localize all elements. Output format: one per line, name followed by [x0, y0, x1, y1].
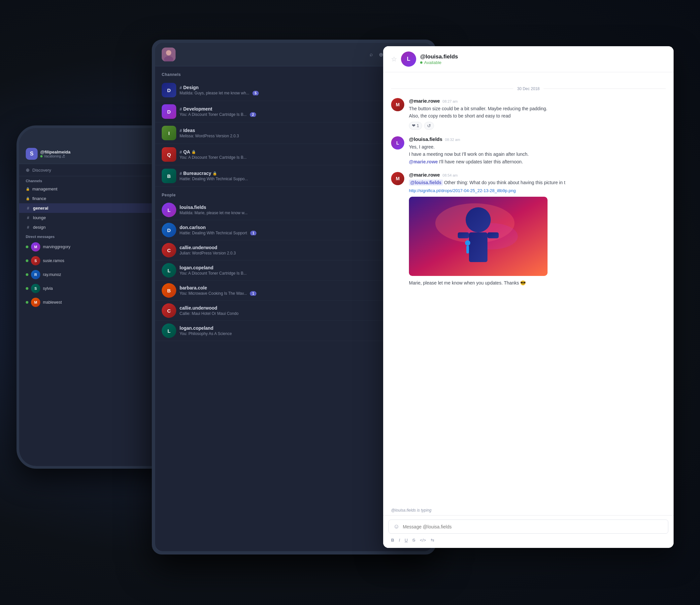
- avatar-placeholder: S: [31, 284, 40, 293]
- person-name: logan.copeland: [179, 325, 214, 331]
- dm-avatar: R: [31, 270, 40, 279]
- message-avatar: L: [391, 136, 404, 150]
- online-dot: [26, 287, 28, 290]
- message-time: 08:54 am: [443, 173, 458, 177]
- lock-icon: 🔒: [212, 171, 217, 176]
- mention: @marie.rowe: [409, 159, 438, 165]
- person-avatar: L: [162, 324, 176, 338]
- message-header: @louisa.fields 08:32 am: [409, 136, 666, 142]
- unread-badge: 5: [252, 91, 259, 95]
- person-avatar: C: [162, 303, 176, 318]
- dm-avatar: M: [31, 242, 40, 252]
- strikethrough-button[interactable]: S: [412, 538, 415, 543]
- online-dot: [26, 273, 28, 276]
- message-time: 08:32 am: [445, 137, 460, 142]
- person-name: barbara.cole: [179, 285, 207, 291]
- hash-icon: #: [179, 171, 182, 176]
- chat-avatar-inner: L: [401, 51, 416, 67]
- add-reaction[interactable]: ↺: [424, 122, 434, 130]
- hash-icon: #: [179, 85, 182, 90]
- person-name: don.carlson: [179, 225, 206, 230]
- svg-rect-9: [488, 232, 499, 238]
- message-content: @louisa.fields 08:32 am Yes, I agree. I …: [409, 136, 666, 166]
- message-text: @louisa.fields Other thing: What do you …: [409, 179, 666, 186]
- status-dot: [40, 155, 43, 157]
- emoji-icon[interactable]: ☺: [393, 523, 399, 530]
- svg-rect-8: [458, 232, 469, 238]
- person-name: callie.underwood: [179, 305, 217, 310]
- person-avatar: L: [162, 263, 176, 278]
- channel-avatar: Q: [162, 147, 176, 162]
- message-text: Yes, I agree. I have a meeting now but I…: [409, 143, 666, 166]
- underline-button[interactable]: U: [405, 538, 407, 543]
- avatar-placeholder: M: [391, 98, 404, 111]
- channel-avatar: I: [162, 126, 176, 140]
- lock-icon: 🔒: [26, 197, 30, 200]
- person-name: logan.copeland: [179, 265, 214, 270]
- hash-icon: #: [179, 150, 182, 154]
- message-link[interactable]: http://significa.pt/drops/2017-04-25_22-…: [409, 188, 516, 193]
- message-author: @marie.rowe: [409, 172, 440, 178]
- chat-user-avatar: L: [401, 51, 416, 67]
- message-link-container: http://significa.pt/drops/2017-04-25_22-…: [409, 187, 666, 194]
- avatar-placeholder: M: [391, 172, 404, 185]
- hash-icon: #: [26, 225, 30, 230]
- chat-input-box: ☺: [389, 520, 668, 534]
- message-reactions: ❤ 1 ↺: [409, 122, 666, 130]
- workspace-avatar-svg: [162, 48, 176, 61]
- globe-icon[interactable]: ⊕: [379, 51, 383, 58]
- person-name: callie.underwood: [179, 245, 217, 250]
- chat-input-field[interactable]: [403, 524, 664, 529]
- message-group-2: L @louisa.fields 08:32 am Yes, I agree. …: [391, 136, 666, 166]
- channel-name: # Design: [179, 85, 199, 90]
- channel-name: # Ideas: [179, 128, 195, 133]
- lock-icon: 🔒: [192, 150, 196, 154]
- person-avatar: D: [162, 223, 176, 237]
- unread-badge: 1: [250, 231, 257, 235]
- hash-icon: #: [179, 128, 182, 133]
- date-divider: 30 Dec 2018: [391, 85, 666, 92]
- hash-icon: #: [26, 216, 30, 220]
- message-author: @marie.rowe: [409, 98, 440, 104]
- dm-avatar: S: [31, 256, 40, 266]
- workspace-icon[interactable]: S: [26, 148, 38, 160]
- channel-name: # Development: [179, 106, 212, 111]
- message-last-line: Marie, please let me know when you updat…: [409, 279, 666, 286]
- code-button[interactable]: </>: [420, 538, 426, 543]
- avatar-placeholder: R: [31, 270, 40, 279]
- message-avatar: M: [391, 172, 404, 185]
- message-avatar: M: [391, 98, 404, 111]
- online-dot: [26, 301, 28, 304]
- message-author: @louisa.fields: [409, 136, 442, 142]
- message-content: @marie.rowe 08:54 am @louisa.fields Othe…: [409, 172, 666, 287]
- chat-input-area: ☺ B I U S </> ⇆: [383, 515, 674, 548]
- message-text: The button size could be a bit smaller. …: [409, 105, 666, 120]
- star-icon[interactable]: ☆: [391, 55, 397, 63]
- unread-badge: 2: [250, 112, 256, 117]
- search-icon[interactable]: ⌕: [370, 51, 373, 57]
- heart-reaction[interactable]: ❤ 1: [409, 122, 422, 130]
- message-time: 08:27 am: [443, 99, 458, 103]
- lock-icon: 🔒: [26, 187, 30, 191]
- message-image: [409, 197, 548, 276]
- chat-username: @louisa.fields: [420, 53, 666, 60]
- image-placeholder: [409, 197, 548, 276]
- link-button[interactable]: ⇆: [431, 538, 434, 543]
- person-avatar: L: [162, 203, 176, 217]
- italic-button[interactable]: I: [399, 538, 400, 543]
- formatting-bar: B I U S </> ⇆: [389, 536, 668, 544]
- user-info: @filipealmeida Vacationing 🏖: [40, 150, 156, 158]
- typing-indicator: @louisa.fields is typing: [383, 505, 674, 515]
- bold-button[interactable]: B: [391, 538, 394, 543]
- channel-avatar: B: [162, 169, 176, 183]
- avatar-placeholder: M: [31, 298, 40, 307]
- message-group-3: M @marie.rowe 08:54 am @louisa.fields Ot…: [391, 172, 666, 287]
- workspace-avatar[interactable]: [162, 48, 176, 61]
- dm-avatar: M: [31, 298, 40, 307]
- avatar-placeholder: M: [31, 242, 40, 252]
- svg-rect-11: [466, 246, 469, 253]
- message-header: @marie.rowe 08:54 am: [409, 172, 666, 178]
- chat-messages: 30 Dec 2018 M @marie.rowe 08:27 am The b…: [383, 72, 674, 505]
- phone-username: @filipealmeida: [40, 150, 156, 154]
- status-dot: [420, 61, 422, 64]
